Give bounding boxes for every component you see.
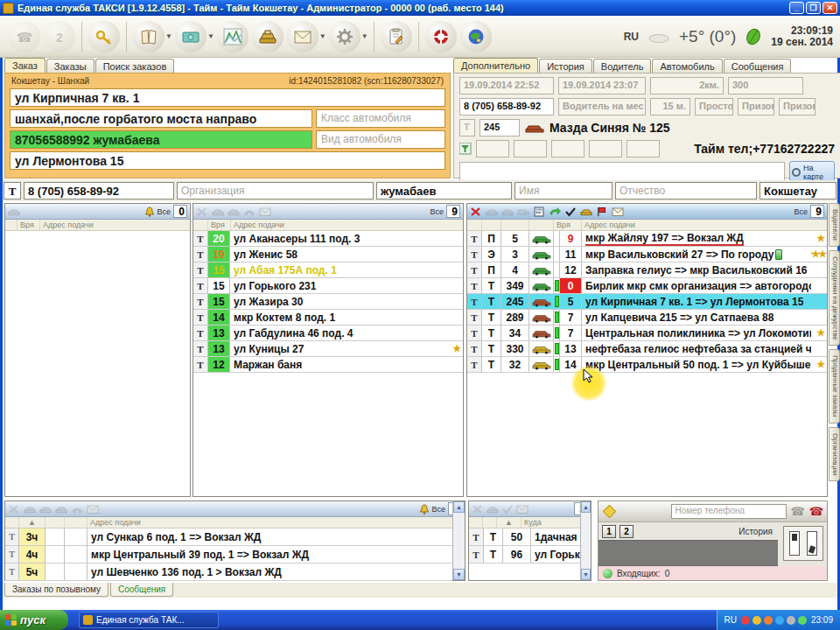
calc-icon[interactable]	[533, 206, 545, 217]
history-label[interactable]: История	[738, 527, 778, 536]
name-field[interactable]: Имя	[514, 182, 612, 200]
alert-icon[interactable]	[752, 616, 761, 625]
active-all-label[interactable]: Все	[794, 207, 808, 216]
active-order-row[interactable]: ТТ3214мкр Центральный 50 под. 1 => ул Ку…	[467, 357, 827, 373]
x-icon[interactable]	[470, 206, 482, 217]
map-icon[interactable]	[460, 21, 492, 52]
tab-additional[interactable]: Дополнительно	[453, 58, 538, 74]
bottom-tab-1[interactable]: Сообщения	[110, 583, 173, 597]
filter-field-3[interactable]	[551, 140, 584, 158]
queue-row[interactable]: Т12Маржан баня	[193, 357, 463, 373]
flag-icon[interactable]	[596, 206, 608, 217]
queue-row[interactable]: Т13ул Куницы 27★	[193, 341, 463, 357]
settings-icon[interactable]	[329, 21, 360, 52]
sold-scrollbar[interactable]: ▲ ▼	[580, 501, 591, 580]
side-tab-2[interactable]: Проданные заказы	[829, 349, 840, 423]
filter-field-4[interactable]	[589, 140, 622, 158]
volume-icon[interactable]	[798, 616, 807, 625]
queue-row[interactable]: Т15ул Абая 175А под. 1	[193, 262, 463, 278]
close-button[interactable]: ✕	[822, 2, 837, 14]
line-switches[interactable]	[783, 526, 823, 561]
phone-number-input[interactable]: Номер телефона	[671, 504, 787, 519]
line1-button[interactable]: 1	[602, 525, 616, 538]
mail-icon-dropdown[interactable]: ▼	[319, 32, 326, 40]
hangup-call-icon[interactable]: ☎	[809, 505, 823, 518]
idle-button[interactable]: Простой	[695, 98, 733, 116]
tab-orders[interactable]: Заказы	[46, 59, 94, 74]
filter-field-1[interactable]	[476, 140, 509, 158]
preorders-all-label[interactable]: Все	[431, 505, 445, 514]
active-order-row[interactable]: ТП59мкр Жайляу 197 => Вокзал ЖД★	[467, 231, 827, 247]
organization-field[interactable]: Организация	[177, 182, 374, 200]
taskbar-app-button[interactable]: Единая служба ТАК...	[79, 612, 219, 628]
free-all-label[interactable]: Все	[157, 207, 171, 216]
sold-order-row[interactable]: ТТ96ул Горько	[469, 546, 580, 564]
active-order-row[interactable]: ТТ2897ул Капцевича 215 => ул Сатпаева 88	[467, 310, 827, 326]
sold-order-row[interactable]: ТТ501дачная	[469, 528, 580, 546]
queue-row[interactable]: Т13ул Габдулина 46 под. 4	[193, 326, 463, 341]
driver-field[interactable]: Водитель на мес	[558, 98, 646, 116]
browser-icon[interactable]	[764, 616, 773, 625]
queue-row[interactable]: Т15ул Горького 231	[193, 278, 463, 294]
payments-icon[interactable]	[175, 21, 206, 52]
active-order-row[interactable]: ТТ33013нефтебаза гелиос нефтебаза за ста…	[467, 341, 827, 357]
filter-icon[interactable]	[459, 143, 472, 155]
answer-call-icon[interactable]: ☎	[791, 505, 805, 518]
filter-field-2[interactable]	[514, 140, 547, 158]
car-class-input[interactable]: Класс автомобиля	[316, 109, 445, 128]
notes-icon[interactable]	[381, 21, 412, 52]
client-phone-field[interactable]: 8 (705) 658-89-92	[24, 182, 174, 200]
patronymic-field[interactable]: Отчество	[615, 182, 757, 200]
preorders-scrollbar[interactable]: ▲ ▼	[452, 501, 465, 580]
taxi-icon[interactable]	[252, 21, 284, 52]
scroll-down-icon[interactable]: ▼	[581, 569, 591, 580]
mail-icon[interactable]	[612, 206, 624, 217]
scroll-up-icon[interactable]: ▲	[581, 501, 591, 513]
scroll-down-icon[interactable]: ▼	[453, 569, 465, 580]
taxi-icon[interactable]	[580, 206, 592, 217]
car-type-input[interactable]: Вид автомобиля	[316, 130, 445, 149]
tab-order[interactable]: Заказ	[4, 58, 46, 74]
settings-icon-dropdown[interactable]: ▼	[361, 32, 368, 40]
bell-icon[interactable]	[420, 504, 429, 514]
tab-car[interactable]: Автомобиль	[652, 59, 722, 74]
key-icon[interactable]	[88, 21, 120, 52]
scroll-up-icon[interactable]: ▲	[453, 501, 465, 513]
stats-icon[interactable]	[217, 21, 248, 52]
filter-field-5[interactable]	[626, 140, 660, 158]
check-icon[interactable]	[564, 206, 577, 217]
tab-messages[interactable]: Сообщения	[724, 59, 792, 74]
start-button[interactable]: пуск	[0, 610, 68, 630]
arrow-icon[interactable]	[549, 206, 561, 217]
queue-row[interactable]: Т20ул Аканасеры 111 под. 3	[193, 231, 463, 247]
bell-icon[interactable]	[145, 206, 154, 217]
city-field[interactable]: Кокшетау	[760, 182, 836, 200]
destination-input[interactable]: ул Лермонтова 15	[10, 151, 445, 170]
preorder-row[interactable]: Т3чул Сункар 6 под. 1 => Вокзал ЖД	[5, 528, 452, 546]
line2-button[interactable]: 2	[620, 525, 634, 538]
side-tab-0[interactable]: Водители	[829, 203, 840, 247]
tab-order-search[interactable]: Поиск заказов	[95, 59, 175, 74]
client-t-badge[interactable]: Т	[4, 182, 21, 200]
client-phone-input[interactable]: 87056588992 жумабаева	[10, 130, 312, 149]
messenger-icon[interactable]	[775, 616, 784, 625]
queue-row[interactable]: Т19ул Женис 58	[193, 247, 463, 262]
restore-button[interactable]: ❐	[806, 2, 821, 14]
surname-field[interactable]: жумабаев	[376, 182, 512, 200]
active-order-row[interactable]: ТП412Заправка гелиус => мкр Васильковски…	[467, 262, 827, 278]
queue-row[interactable]: Т14мкр Коктем 8 под. 1	[193, 310, 463, 326]
tray-language[interactable]: RU	[724, 615, 737, 625]
directory-icon-dropdown[interactable]: ▼	[165, 32, 172, 40]
tab-driver[interactable]: Водитель	[593, 59, 652, 74]
prize1-button[interactable]: Призов	[738, 98, 774, 116]
comment-input[interactable]: шанхай,после горбатого моста направо	[10, 109, 312, 128]
tab-history[interactable]: История	[539, 59, 592, 74]
mail-icon[interactable]	[287, 21, 318, 52]
active-order-row[interactable]: ТТ3490Бирлик мкр смк организация => авто…	[467, 278, 827, 294]
help-icon[interactable]	[425, 21, 457, 52]
side-tab-1[interactable]: Сотрудники на дежурстве	[829, 250, 840, 346]
bottom-tab-0[interactable]: Заказы по позывному	[4, 583, 108, 597]
payments-icon-dropdown[interactable]: ▼	[207, 32, 214, 40]
usb-icon[interactable]	[787, 616, 795, 625]
directory-icon[interactable]	[133, 21, 164, 52]
